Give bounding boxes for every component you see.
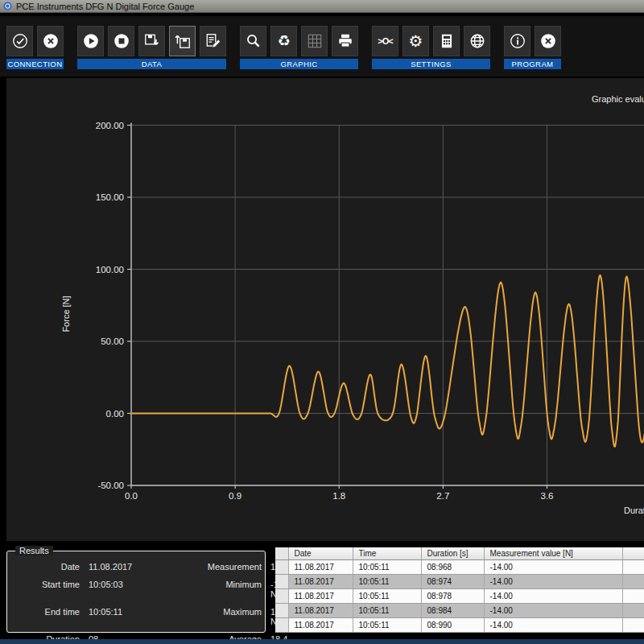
calculator-button[interactable] [433,26,460,56]
zoom-button[interactable] [240,26,266,56]
gear-button[interactable]: ⚙ [402,26,429,56]
table-cell: 10:05:11 [353,588,421,603]
table-cell: 08:978 [421,588,484,603]
print-icon [336,32,354,50]
toolbar-group-label: PROGRAM [504,59,561,69]
y-tick-label: 100.00 [96,265,124,275]
toolbar-group-data: DATA [77,26,226,69]
result-label-minimum: Minimum [175,580,262,599]
table-cell: -14.00 [484,574,622,588]
refresh-icon: ♻ [277,34,290,48]
globe-icon [469,32,486,50]
results-panel: Results Date 11.08.2017 Measurement 1722… [6,551,266,633]
table-cell: 08:968 [421,559,484,574]
column-header [275,547,288,559]
load-icon [174,32,192,50]
table-cell: 11.08.2017 [288,559,353,574]
y-tick-label: 200.00 [96,121,124,130]
table-cell: 08:974 [421,574,484,588]
play-icon [82,32,100,50]
table-cell: 08:984 [421,603,484,617]
save-button[interactable] [138,26,165,56]
connect-check-button[interactable] [6,26,33,56]
gear-icon: ⚙ [409,33,423,49]
table-cell [622,588,644,603]
report-edit-icon [204,32,222,50]
print-button[interactable] [332,26,358,56]
toolbar-group-program: PROGRAM [504,26,561,69]
table-cell [275,559,288,574]
chart-panel: 200.00150.00100.0050.000.00-50.000.00.91… [6,78,644,541]
result-label-start-time: Start time [7,580,80,599]
result-value-start-time: 10:05:03 [80,580,175,599]
connect-check-icon [11,32,29,50]
toolbar-group-label: DATA [77,59,226,69]
zoom-icon [245,32,262,50]
app-icon [3,2,12,10]
result-label-measurement: Measurement [175,562,262,572]
exit-button[interactable] [535,26,561,56]
title-bar: PCE Instruments DFG N Digital Force Gaug… [0,0,644,13]
report-edit-button[interactable] [200,26,226,56]
globe-button[interactable] [464,26,490,56]
result-label-date: Date [7,562,80,572]
grid-icon [306,32,324,50]
table-cell: -14.00 [484,617,622,632]
table-cell: 10:05:11 [353,559,421,574]
y-tick-label: 50.00 [101,336,124,346]
toolbar-group-connection: CONNECTION [6,26,64,69]
result-label-maximum: Maximum [175,607,262,626]
zero-adjust-button[interactable]: >O< [372,26,398,56]
table-cell: 11.08.2017 [288,574,353,588]
window-title: PCE Instruments DFG N Digital Force Gaug… [16,2,194,11]
table-row[interactable]: 11.08.201710:05:1108:984-14.00 [275,603,644,617]
chart-title: Graphic evaluation [592,94,644,104]
toolbar-group-graphic: ♻GRAPHIC [240,26,358,69]
toolbar-group-label: SETTINGS [372,59,490,69]
table-cell: -14.00 [484,603,622,617]
table-cell: 08:990 [421,617,484,632]
table-row[interactable]: 11.08.201710:05:1108:978-14.00 [275,588,644,603]
result-value-end-time: 10:05:11 [80,607,175,626]
toolbar-group-settings: >O<⚙SETTINGS [372,26,490,69]
column-header [622,547,644,559]
table-cell [622,617,644,632]
x-tick-label: 2.7 [436,491,449,501]
table-cell [275,574,288,588]
disconnect-x-button[interactable] [37,26,64,56]
info-button[interactable] [504,26,530,56]
column-header-measurement-value-n[interactable]: Measurement value [N] [484,547,622,559]
stop-button[interactable] [108,26,134,56]
load-button[interactable] [169,26,196,56]
refresh-button[interactable]: ♻ [270,26,297,56]
results-panel-title: Results [15,546,53,555]
y-axis-title: Force [N] [61,295,71,332]
table-row[interactable]: 11.08.201710:05:1108:968-14.00 [275,559,644,574]
disconnect-x-icon [42,32,60,50]
table-cell: -14.00 [484,559,622,574]
y-tick-label: -50.00 [97,481,124,490]
table-cell [622,559,644,574]
table-row[interactable]: 11.08.201710:05:1108:990-14.00 [275,617,644,632]
column-header-time[interactable]: Time [353,547,421,559]
status-strip [0,639,644,644]
exit-icon [539,32,557,50]
column-header-duration-s[interactable]: Duration [s] [421,547,484,559]
x-tick-label: 0.0 [125,491,138,501]
column-header-date[interactable]: Date [288,547,353,559]
stop-icon [113,32,130,50]
table-cell: 11.08.2017 [288,603,353,617]
result-label-end-time: End time [7,607,80,626]
save-icon [143,32,161,50]
table-cell [275,603,288,617]
toolbar-group-label: CONNECTION [6,59,64,69]
force-chart: 200.00150.00100.0050.000.00-50.000.00.91… [6,78,644,541]
table-row[interactable]: 11.08.201710:05:1108:974-14.00 [275,574,644,588]
table-cell: 10:05:11 [353,574,421,588]
table-cell [275,588,288,603]
grid-button[interactable] [301,26,328,56]
calculator-icon [438,32,456,50]
play-button[interactable] [77,26,104,56]
measurement-table: DateTimeDuration [s]Measurement value [N… [275,547,644,633]
table-cell: 11.08.2017 [288,617,353,632]
